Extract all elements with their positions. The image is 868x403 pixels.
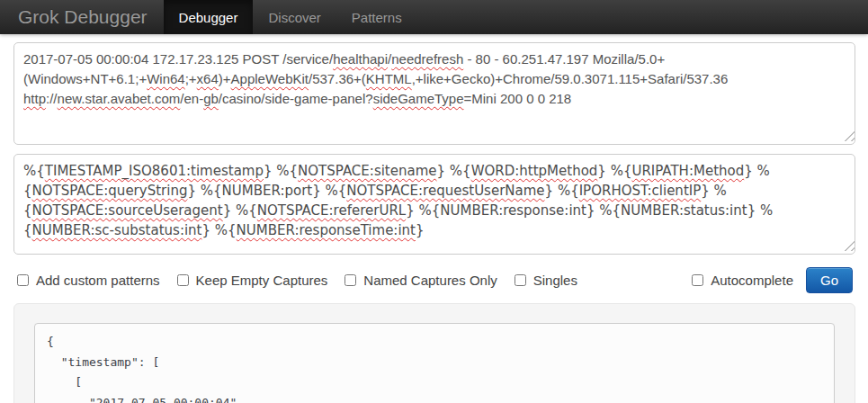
tab-debugger-label[interactable]: Debugger (164, 0, 254, 34)
result-json: { "timestamp": [ [ "2017-07-05 00:00:04" (34, 323, 835, 403)
add-custom-patterns-checkbox[interactable] (17, 274, 29, 286)
app-brand[interactable]: Grok Debugger (0, 0, 164, 34)
autocomplete-label: Autocomplete (711, 273, 793, 288)
option-autocomplete[interactable]: Autocomplete (692, 273, 793, 288)
pattern-input[interactable]: %{TIMESTAMP_ISO8601:timestamp} %{NOTSPAC… (13, 154, 855, 255)
log-input[interactable]: 2017-07-05 00:00:04 172.17.23.125 POST /… (13, 42, 855, 145)
named-captures-only-label: Named Captures Only (363, 273, 497, 288)
option-named-captures-only[interactable]: Named Captures Only (345, 273, 497, 288)
add-custom-patterns-label: Add custom patterns (36, 273, 160, 288)
nav-tabs: Debugger Discover Patterns (164, 0, 417, 34)
tab-debugger[interactable]: Debugger (164, 0, 254, 34)
tab-discover[interactable]: Discover (253, 0, 336, 34)
top-navbar: Grok Debugger Debugger Discover Patterns (0, 0, 868, 34)
tab-discover-label[interactable]: Discover (253, 0, 336, 34)
singles-checkbox[interactable] (515, 274, 526, 286)
grok-debugger-page: Grok Debugger Debugger Discover Patterns… (0, 0, 868, 403)
keep-empty-captures-checkbox[interactable] (177, 274, 189, 286)
option-add-custom-patterns[interactable]: Add custom patterns (17, 273, 160, 288)
named-captures-only-checkbox[interactable] (345, 274, 356, 286)
singles-label: Singles (533, 273, 577, 288)
options-row: Add custom patterns Keep Empty Captures … (17, 266, 853, 293)
tab-patterns[interactable]: Patterns (336, 0, 417, 34)
option-singles[interactable]: Singles (515, 273, 577, 288)
option-keep-empty-captures[interactable]: Keep Empty Captures (177, 273, 328, 288)
debugger-main: 2017-07-05 00:00:04 172.17.23.125 POST /… (0, 34, 868, 403)
go-button[interactable]: Go (806, 267, 853, 293)
autocomplete-checkbox[interactable] (692, 274, 703, 286)
result-panel: { "timestamp": [ [ "2017-07-05 00:00:04" (13, 303, 855, 403)
keep-empty-captures-label: Keep Empty Captures (196, 273, 328, 288)
tab-patterns-label[interactable]: Patterns (336, 0, 417, 34)
